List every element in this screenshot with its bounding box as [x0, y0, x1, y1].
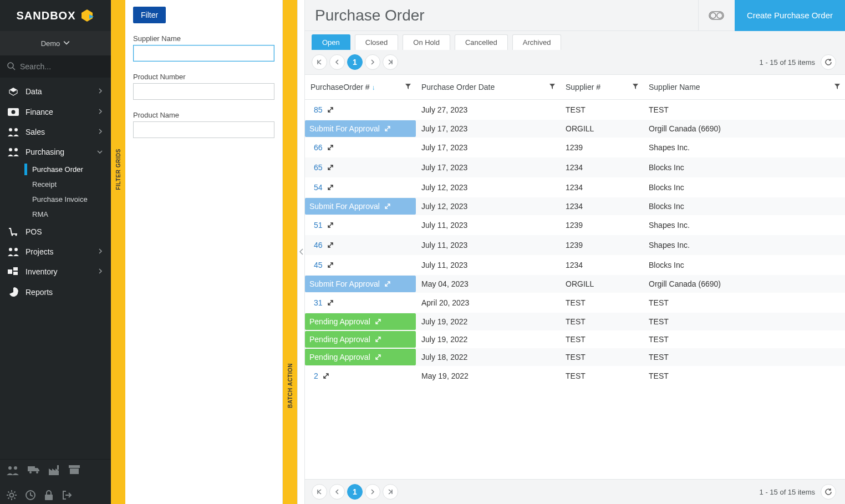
expand-icon[interactable] [327, 164, 334, 171]
sidebar-item-purchasing[interactable]: Purchasing [0, 142, 111, 162]
po-link[interactable]: Pending Approval [309, 335, 370, 344]
table-row[interactable]: 31 April 20, 2023TESTTEST [305, 293, 845, 313]
table-row[interactable]: 66 July 17, 20231239Shapes Inc. [305, 138, 845, 157]
clock-icon[interactable] [26, 490, 35, 502]
refresh-button-top[interactable] [821, 54, 836, 70]
input-product-number[interactable] [133, 83, 274, 100]
sidebar-item-pos[interactable]: POS [0, 222, 111, 242]
expand-icon[interactable] [327, 106, 334, 113]
tenant-selector[interactable]: Demo [0, 31, 111, 55]
tab-cancelled[interactable]: Cancelled [455, 34, 508, 50]
batch-rail[interactable]: BATCH ACTION [283, 0, 297, 504]
archive-icon[interactable] [69, 465, 80, 477]
pager-last[interactable] [383, 54, 398, 70]
filter-icon[interactable] [549, 83, 556, 91]
pager-page-1[interactable]: 1 [347, 54, 363, 70]
lock-icon[interactable] [44, 490, 53, 502]
col-supplier-[interactable]: Supplier # [560, 75, 643, 100]
col-purchase-order-date[interactable]: Purchase Order Date [416, 75, 560, 100]
po-link[interactable]: Pending Approval [309, 317, 370, 326]
expand-icon[interactable] [327, 242, 334, 248]
expand-icon[interactable] [384, 203, 391, 210]
expand-icon[interactable] [375, 318, 381, 325]
filter-button[interactable]: Filter [133, 7, 166, 23]
po-link[interactable]: Submit For Approval [309, 279, 380, 288]
input-product-name[interactable] [133, 121, 274, 138]
collapse-rail[interactable] [297, 0, 305, 504]
table-row[interactable]: Pending Approval July 19, 2022TESTTEST [305, 330, 845, 348]
expand-icon[interactable] [327, 144, 334, 151]
pager-first[interactable] [312, 54, 327, 70]
expand-icon[interactable] [384, 281, 391, 287]
table-row[interactable]: Submit For Approval May 04, 2023ORGILLOr… [305, 275, 845, 293]
refresh-button-bottom[interactable] [821, 484, 836, 500]
filter-rail[interactable]: FILTER GRIDS [111, 0, 125, 504]
expand-icon[interactable] [327, 184, 334, 191]
sidebar-item-reports[interactable]: Reports [0, 282, 111, 303]
po-link[interactable]: Submit For Approval [309, 124, 380, 133]
search-input[interactable] [20, 62, 104, 71]
pager-prev-bottom[interactable] [329, 484, 345, 500]
filter-icon[interactable] [632, 83, 639, 91]
logout-icon[interactable] [62, 490, 72, 502]
expand-icon[interactable] [375, 336, 381, 343]
users-icon[interactable] [7, 465, 19, 477]
sidebar-item-finance[interactable]: Finance [0, 102, 111, 122]
input-supplier-name[interactable] [133, 45, 274, 62]
pager-page-1-bottom[interactable]: 1 [347, 484, 363, 500]
pager-next-bottom[interactable] [365, 484, 380, 500]
table-row[interactable]: 51 July 11, 20231239Shapes Inc. [305, 215, 845, 235]
tab-archived[interactable]: Archived [512, 34, 562, 50]
table-row[interactable]: Pending Approval July 18, 2022TESTTEST [305, 348, 845, 366]
po-link[interactable]: 31 [314, 298, 323, 307]
po-link[interactable]: 51 [314, 221, 323, 230]
sidebar-item-inventory[interactable]: Inventory [0, 262, 111, 282]
expand-icon[interactable] [384, 125, 391, 132]
filter-icon[interactable] [405, 83, 411, 91]
tab-open[interactable]: Open [312, 34, 350, 50]
sidebar-subitem-purchase-invoice[interactable]: Purchase Invoice [24, 192, 111, 207]
po-link[interactable]: 45 [314, 261, 323, 269]
po-link[interactable]: 66 [314, 143, 323, 152]
expand-icon[interactable] [375, 354, 381, 360]
col-supplier-name[interactable]: Supplier Name [643, 75, 845, 100]
po-link[interactable]: Submit For Approval [309, 202, 380, 211]
table-row[interactable]: 65 July 17, 20231234Blocks Inc [305, 157, 845, 177]
table-row[interactable]: 2 May 19, 2022TESTTEST [305, 366, 845, 386]
pager-next[interactable] [365, 54, 380, 70]
po-link[interactable]: 85 [314, 105, 323, 114]
sidebar-item-data[interactable]: Data [0, 81, 111, 102]
expand-icon[interactable] [323, 373, 329, 379]
sidebar-subitem-receipt[interactable]: Receipt [24, 177, 111, 192]
table-row[interactable]: Submit For Approval July 12, 20231234Blo… [305, 197, 845, 215]
create-purchase-order-button[interactable]: Create Purchase Order [735, 0, 845, 31]
tab-closed[interactable]: Closed [355, 34, 398, 50]
sidebar-item-sales[interactable]: Sales [0, 122, 111, 142]
sidebar-subitem-rma[interactable]: RMA [24, 207, 111, 222]
sidebar-item-projects[interactable]: Projects [0, 242, 111, 262]
table-row[interactable]: 46 July 11, 20231239Shapes Inc. [305, 235, 845, 255]
table-row[interactable]: Submit For Approval July 17, 2023ORGILLO… [305, 120, 845, 138]
table-row[interactable]: 45 July 11, 20231234Blocks Inc [305, 255, 845, 275]
expand-icon[interactable] [327, 222, 334, 228]
truck-icon[interactable] [28, 465, 40, 477]
expand-icon[interactable] [327, 299, 334, 306]
filter-icon[interactable] [834, 83, 841, 91]
po-link[interactable]: Pending Approval [309, 353, 370, 362]
po-link[interactable]: 65 [314, 163, 323, 172]
po-link[interactable]: 2 [314, 371, 318, 380]
gear-icon[interactable] [7, 490, 17, 502]
pager-last-bottom[interactable] [383, 484, 398, 500]
col-purchaseorder-[interactable]: PurchaseOrder #↓ [305, 75, 416, 100]
pager-first-bottom[interactable] [312, 484, 327, 500]
factory-icon[interactable] [49, 465, 60, 477]
pager-prev[interactable] [329, 54, 345, 70]
table-row[interactable]: Pending Approval July 19, 2022TESTTEST [305, 313, 845, 330]
expand-icon[interactable] [327, 262, 334, 268]
po-link[interactable]: 54 [314, 183, 323, 192]
view-toggle[interactable] [698, 0, 735, 31]
table-row[interactable]: 85 July 27, 2023TESTTEST [305, 100, 845, 120]
sidebar-subitem-purchase-order[interactable]: Purchase Order [24, 162, 111, 177]
po-link[interactable]: 46 [314, 241, 323, 250]
table-row[interactable]: 54 July 12, 20231234Blocks Inc [305, 177, 845, 197]
